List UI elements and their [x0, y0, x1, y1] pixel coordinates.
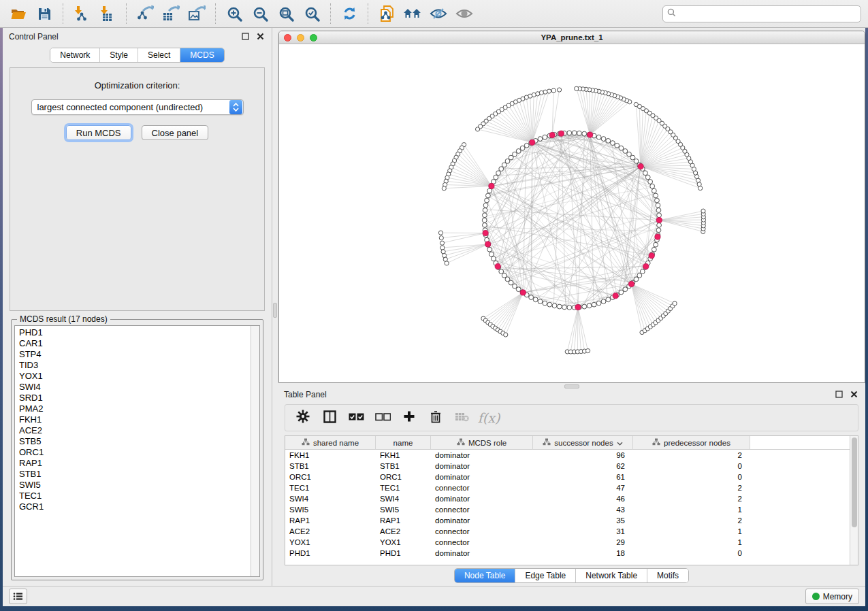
mcds-node[interactable]: [588, 132, 593, 137]
result-list-item[interactable]: TID3: [19, 360, 251, 371]
table-row[interactable]: SWI5SWI5connector431: [285, 504, 850, 515]
tab-node-table[interactable]: Node Table: [455, 569, 516, 582]
table-row[interactable]: RAP1RAP1dominator352: [285, 515, 850, 526]
zoom-in-button[interactable]: [223, 3, 246, 24]
result-list-item[interactable]: GCR1: [19, 501, 251, 512]
mcds-node[interactable]: [530, 139, 535, 145]
mcds-node[interactable]: [649, 253, 654, 259]
mcds-node[interactable]: [549, 132, 555, 137]
export-network-document-button[interactable]: [375, 3, 398, 24]
close-table-panel-icon[interactable]: [848, 390, 859, 399]
mcds-node[interactable]: [558, 131, 564, 136]
tab-motifs[interactable]: Motifs: [647, 569, 688, 582]
table-row[interactable]: ACE2ACE2connector311: [285, 526, 850, 537]
result-list-item[interactable]: STB5: [19, 436, 251, 447]
table-scrollbar[interactable]: [850, 436, 858, 565]
result-list-item[interactable]: CAR1: [19, 338, 251, 349]
select-all-checkboxes-button[interactable]: [345, 407, 367, 429]
result-list-item[interactable]: STB1: [19, 469, 251, 480]
mcds-node[interactable]: [483, 230, 488, 235]
memory-button[interactable]: Memory: [805, 589, 859, 604]
result-list-item[interactable]: PMA2: [19, 403, 251, 414]
result-list-item[interactable]: YOX1: [19, 371, 251, 382]
mcds-node[interactable]: [613, 293, 618, 299]
result-list-item[interactable]: SRD1: [19, 393, 251, 403]
mcds-node[interactable]: [489, 183, 494, 188]
home-network-button[interactable]: [401, 3, 424, 24]
column-header-name[interactable]: name: [376, 436, 431, 450]
export-table-button[interactable]: [159, 3, 182, 24]
export-network-button[interactable]: [133, 3, 157, 24]
column-header-shared-name[interactable]: shared name: [285, 436, 376, 450]
zoom-out-button[interactable]: [248, 3, 272, 24]
add-row-button[interactable]: [398, 407, 420, 429]
hide-selected-eye-button[interactable]: [427, 3, 450, 24]
tab-mcds[interactable]: MCDS: [180, 48, 223, 62]
vertical-splitter[interactable]: [272, 28, 278, 586]
result-list-item[interactable]: SWI5: [19, 480, 251, 491]
mcds-result-list[interactable]: PHD1CAR1STP4TID3YOX1SWI4SRD1PMA2FKH1ACE2…: [14, 325, 260, 577]
optimization-criterion-select[interactable]: largest connected component (undirected): [31, 99, 244, 115]
close-panel-icon[interactable]: [255, 32, 266, 42]
result-list-item[interactable]: ORC1: [19, 447, 251, 458]
save-session-button[interactable]: [33, 3, 56, 24]
show-selected-eye-button[interactable]: [453, 3, 476, 24]
task-history-button[interactable]: [9, 589, 27, 604]
zoom-selected-button[interactable]: [300, 3, 323, 24]
mcds-node[interactable]: [575, 304, 581, 310]
table-row[interactable]: SWI4SWI4dominator462: [285, 493, 850, 504]
result-list-item[interactable]: STP4: [19, 349, 251, 360]
mcds-node[interactable]: [495, 263, 500, 269]
result-list-item[interactable]: RAP1: [19, 458, 251, 469]
result-list-item[interactable]: SWI4: [19, 382, 251, 393]
import-network-button[interactable]: [70, 3, 93, 24]
float-table-panel-icon[interactable]: [833, 390, 844, 399]
table-row[interactable]: PHD1PHD1dominator180: [285, 548, 850, 559]
horizontal-splitter-handle[interactable]: [564, 384, 579, 389]
search-input[interactable]: [679, 9, 856, 18]
tab-style[interactable]: Style: [100, 48, 138, 62]
settings-gear-button[interactable]: [292, 407, 314, 429]
column-header-successor-nodes[interactable]: successor nodes: [533, 436, 633, 450]
deselect-all-checkboxes-button[interactable]: [372, 407, 393, 429]
mcds-node[interactable]: [655, 234, 660, 240]
mcds-node[interactable]: [638, 163, 643, 169]
column-header-MCDS-role[interactable]: MCDS role: [431, 436, 533, 450]
network-window-titlebar[interactable]: YPA_prune.txt_1: [279, 31, 865, 44]
result-list-item[interactable]: PHD1: [19, 327, 251, 338]
search-box[interactable]: [662, 5, 861, 22]
result-list-item[interactable]: ACE2: [19, 425, 251, 436]
table-row[interactable]: YOX1YOX1connector291: [285, 537, 850, 548]
table-row[interactable]: ORC1ORC1dominator610: [285, 472, 850, 482]
mcds-node[interactable]: [628, 281, 634, 286]
mcds-node[interactable]: [643, 263, 649, 269]
refresh-button[interactable]: [338, 3, 361, 24]
column-header-predecessor-nodes[interactable]: predecessor nodes: [633, 436, 750, 450]
tab-network-table[interactable]: Network Table: [576, 569, 647, 582]
tab-network[interactable]: Network: [50, 48, 100, 62]
float-panel-icon[interactable]: [240, 32, 251, 42]
table-row[interactable]: TEC1TEC1connector472: [285, 482, 850, 493]
result-list-item[interactable]: TEC1: [19, 491, 251, 501]
export-image-button[interactable]: [185, 3, 208, 24]
table-row[interactable]: STB1STB1dominator620: [285, 461, 850, 472]
mcds-node[interactable]: [656, 217, 662, 222]
table-scrollbar-thumb[interactable]: [852, 437, 857, 527]
mcds-node[interactable]: [520, 290, 526, 295]
open-file-button[interactable]: [7, 3, 30, 24]
run-mcds-button[interactable]: Run MCDS: [66, 125, 131, 140]
result-list-item[interactable]: FKH1: [19, 414, 251, 425]
show-columns-button[interactable]: [319, 407, 340, 429]
import-table-button[interactable]: [96, 3, 119, 24]
network-canvas[interactable]: [279, 44, 865, 382]
result-list-scrollbar[interactable]: [251, 326, 259, 576]
splitter-handle[interactable]: [273, 303, 277, 318]
main-toolbar: [0, 0, 868, 28]
mcds-node[interactable]: [485, 242, 491, 247]
close-panel-button[interactable]: Close panel: [142, 125, 209, 140]
table-row[interactable]: FKH1FKH1dominator962: [285, 450, 850, 461]
tab-select[interactable]: Select: [138, 48, 180, 62]
delete-row-button[interactable]: [425, 407, 447, 429]
zoom-fit-button[interactable]: [274, 3, 298, 24]
tab-edge-table[interactable]: Edge Table: [515, 569, 576, 582]
